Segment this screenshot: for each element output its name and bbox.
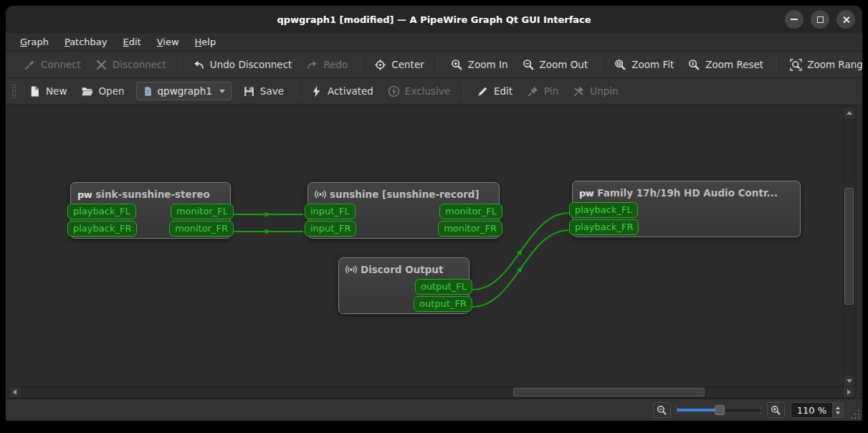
zoom-fit-button[interactable]: Zoom Fit (608, 55, 680, 75)
port-playback_FL[interactable]: playback_FL (569, 202, 638, 218)
toolbar-separator (179, 56, 180, 73)
exclusive-button[interactable]: Exclusive (381, 82, 457, 101)
node-discord-output[interactable]: Discord Output output_FL output_FR (338, 257, 469, 314)
zoom-out-icon (523, 59, 535, 71)
horizontal-scrollbar[interactable] (9, 386, 855, 398)
pin-button[interactable]: Pin (520, 82, 565, 101)
port-playback_FR[interactable]: playback_FR (67, 221, 137, 237)
edit-button[interactable]: Edit (470, 82, 519, 101)
unpin-label: Unpin (590, 85, 618, 97)
menu-graph[interactable]: Graph (13, 34, 56, 49)
port-input_FR[interactable]: input_FR (305, 221, 356, 237)
port-monitor_FL[interactable]: monitor_FL (171, 204, 234, 219)
slider-fill (677, 409, 720, 411)
toolbar-drag-handle[interactable] (11, 84, 16, 98)
port-output_FL[interactable]: output_FL (415, 279, 472, 295)
arrow-icon (517, 247, 525, 255)
new-button[interactable]: New (22, 82, 73, 101)
port-row: input_FL monitor_FL (308, 204, 499, 219)
port-monitor_FL[interactable]: monitor_FL (439, 204, 502, 219)
minimize-button[interactable] (785, 10, 803, 29)
arrow-icon (265, 229, 272, 234)
undo-icon (193, 59, 205, 71)
pin-icon (527, 85, 539, 97)
port-input_FL[interactable]: input_FL (305, 204, 356, 219)
toolbar-separator (601, 56, 601, 73)
scroll-down-button[interactable] (844, 376, 854, 386)
undo-label: Undo Disconnect (210, 59, 292, 70)
save-icon (243, 85, 255, 97)
slider-handle[interactable] (715, 405, 725, 415)
close-icon (842, 16, 850, 24)
statusbar-zoom-in-button[interactable] (767, 402, 785, 418)
arrow-icon (517, 265, 525, 272)
zoom-range-button[interactable]: Zoom Range (783, 55, 862, 75)
scroll-left-button[interactable] (9, 387, 20, 397)
edit-label: Edit (494, 85, 512, 97)
node-sunshine-record[interactable]: sunshine [sunshine-record] input_FL moni… (307, 182, 500, 239)
titlebar[interactable]: qpwgraph1 [modified] — A PipeWire Graph … (6, 6, 862, 33)
node-title: Discord Output (339, 258, 469, 279)
maximize-button[interactable] (811, 10, 829, 29)
node-sink-sunshine-stereo[interactable]: pw sink-sunshine-stereo playback_FL moni… (70, 182, 231, 239)
menu-edit[interactable]: Edit (116, 34, 148, 49)
pipewire-icon: pw (77, 189, 92, 200)
activated-button[interactable]: Activated (304, 82, 380, 101)
zoom-percent-spinbox[interactable]: 110 % (791, 402, 844, 418)
zoom-reset-icon (688, 59, 700, 71)
resize-grip[interactable] (849, 409, 859, 419)
open-label: Open (98, 85, 124, 97)
vertical-scrollbar[interactable] (843, 107, 855, 387)
menu-view[interactable]: View (150, 34, 186, 49)
menu-help[interactable]: Help (188, 34, 224, 49)
port-playback_FL[interactable]: playback_FL (67, 204, 136, 219)
node-title: sunshine [sunshine-record] (308, 183, 499, 204)
menu-patchbay[interactable]: Patchbay (57, 34, 115, 49)
toolbar-separator (776, 56, 777, 73)
connect-icon (24, 59, 36, 71)
port-output_FR[interactable]: output_FR (414, 296, 472, 312)
port-row: output_FR (339, 296, 469, 312)
disconnect-button[interactable]: Disconnect (89, 55, 173, 75)
zoom-in-button[interactable]: Zoom In (444, 55, 515, 75)
connection-wires (8, 106, 861, 398)
zoom-slider[interactable] (677, 404, 761, 417)
graph-canvas[interactable]: pw sink-sunshine-stereo playback_FL moni… (7, 105, 862, 399)
scroll-right-button[interactable] (844, 387, 854, 397)
toolbar-separator (463, 82, 464, 100)
zoom-reset-button[interactable]: Zoom Reset (682, 55, 770, 75)
patchbay-profile-selector[interactable]: qpwgraph1 (136, 82, 232, 100)
zoom-in-icon (771, 405, 781, 416)
node-family-hd-audio[interactable]: pw Family 17h/19h HD Audio Contr... play… (572, 181, 801, 237)
open-button[interactable]: Open (75, 82, 130, 101)
scroll-up-button[interactable] (844, 108, 854, 118)
center-button[interactable]: Center (368, 55, 430, 75)
zoom-out-button[interactable]: Zoom Out (516, 55, 595, 75)
spin-up-icon (836, 406, 840, 409)
spinbox-steppers[interactable] (832, 403, 843, 417)
statusbar-zoom-out-button[interactable] (653, 402, 671, 418)
zoom-range-label: Zoom Range (807, 59, 862, 70)
wire-outputFR-playbackFR[interactable] (472, 230, 569, 307)
node-title-text: sunshine [sunshine-record] (330, 189, 480, 200)
save-button[interactable]: Save (237, 82, 290, 101)
close-button[interactable] (836, 10, 855, 29)
port-monitor_FR[interactable]: monitor_FR (438, 221, 502, 237)
window-title: qpwgraph1 [modified] — A PipeWire Graph … (277, 14, 591, 25)
unpin-button[interactable]: Unpin (566, 82, 624, 101)
arrow-up-icon (846, 111, 852, 115)
node-title-text: Family 17h/19h HD Audio Contr... (597, 187, 778, 199)
horizontal-scroll-thumb[interactable] (513, 388, 705, 396)
connect-button[interactable]: Connect (17, 55, 87, 75)
edit-pencil-icon (477, 85, 489, 97)
port-monitor_FR[interactable]: monitor_FR (169, 221, 234, 237)
redo-button[interactable]: Redo (300, 55, 354, 75)
window-controls (785, 10, 855, 29)
port-playback_FR[interactable]: playback_FR (569, 219, 639, 235)
vertical-scroll-thumb[interactable] (844, 188, 854, 305)
undo-button[interactable]: Undo Disconnect (186, 55, 299, 75)
toolbar-separator (437, 56, 438, 73)
zoom-fit-icon (614, 59, 626, 71)
activated-label: Activated (328, 85, 373, 97)
zoom-fit-label: Zoom Fit (631, 59, 674, 70)
